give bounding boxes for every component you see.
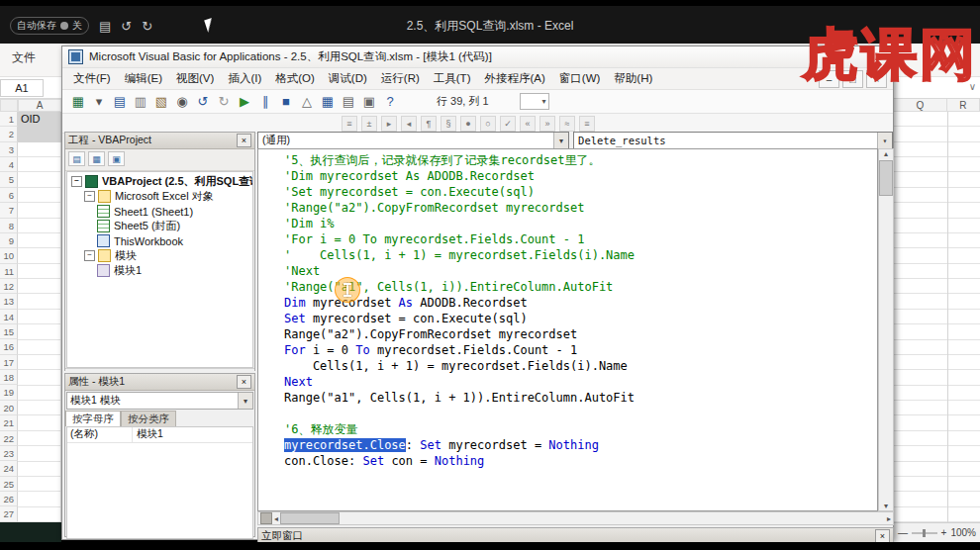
project-close-icon[interactable]: × — [237, 134, 251, 147]
row-header[interactable]: 5 — [0, 172, 18, 187]
code-line[interactable]: Dim myrecordset As ADODB.Recordset — [284, 295, 877, 311]
chevron-down-icon[interactable]: ▾ — [553, 133, 568, 148]
tree-item[interactable]: 模块1 — [67, 263, 252, 278]
excel-file-tab[interactable]: 文件 — [12, 49, 36, 66]
row-header[interactable]: 15 — [0, 324, 18, 339]
edit-toolbar-icon-12[interactable]: ≡ — [579, 116, 595, 132]
row-header[interactable]: 3 — [0, 142, 18, 157]
menu-item-5[interactable]: 调试(D) — [322, 69, 374, 88]
edit-toolbar-icon-10[interactable]: » — [539, 116, 555, 132]
vba-titlebar[interactable]: Microsoft Visual Basic for Applications … — [62, 46, 893, 68]
run-icon[interactable]: ▶ — [237, 95, 252, 109]
row-header[interactable]: 23 — [0, 446, 18, 461]
code-line[interactable]: 'Set myrecordset = con.Execute(sql) — [284, 184, 877, 200]
tree-item[interactable]: −模块 — [67, 248, 252, 263]
hscroll-thumb[interactable] — [280, 512, 340, 524]
excel-column-a-cells[interactable] — [18, 112, 61, 522]
row-header[interactable]: 24 — [0, 461, 18, 476]
menu-item-9[interactable]: 窗口(W) — [552, 69, 608, 88]
code-line[interactable]: For i = 0 To myrecordset.Fields.Count - … — [284, 342, 877, 358]
insert-dropdown-icon[interactable]: ▾ — [91, 95, 107, 109]
menu-item-0[interactable]: 文件(F) — [66, 69, 118, 88]
code-horizontal-scrollbar[interactable]: ◂ ▸ — [257, 511, 894, 525]
code-line[interactable]: 'Next — [284, 263, 877, 279]
menu-item-3[interactable]: 插入(I) — [221, 69, 268, 88]
row-header[interactable]: 22 — [0, 431, 18, 446]
reset-icon[interactable]: ■ — [278, 95, 294, 109]
collapse-icon[interactable]: − — [84, 250, 95, 261]
column-header-r[interactable]: R — [947, 99, 980, 111]
row-header[interactable]: 26 — [0, 492, 18, 506]
chevron-down-icon[interactable]: ▾ — [238, 393, 252, 409]
excel-name-box[interactable]: A1 — [0, 79, 44, 97]
break-icon[interactable]: ∥ — [257, 95, 273, 109]
code-line[interactable]: con.Close: Set con = Nothing — [284, 453, 877, 469]
scroll-right-icon[interactable]: ▸ — [887, 514, 891, 523]
menu-item-10[interactable]: 帮助(H) — [607, 69, 659, 88]
project-explorer-header[interactable]: 工程 - VBAProject × — [65, 133, 254, 149]
tab-alphabetic[interactable]: 按字母序 — [65, 411, 121, 426]
zoom-out-button[interactable]: — — [898, 527, 908, 538]
view-object-icon[interactable]: ▦ — [88, 151, 105, 166]
excel-select-all-corner[interactable] — [0, 99, 18, 112]
collapse-icon[interactable]: − — [71, 176, 82, 187]
row-header[interactable]: 4 — [0, 157, 18, 172]
properties-window-icon[interactable]: ▤ — [341, 95, 356, 109]
code-line[interactable]: Next — [284, 374, 877, 390]
excel-view-icon[interactable]: ▦ — [70, 95, 86, 109]
paste-icon[interactable]: ▧ — [153, 95, 169, 109]
edit-toolbar-icon-7[interactable]: ○ — [480, 116, 496, 132]
row-header[interactable]: 17 — [0, 355, 18, 370]
code-line[interactable]: 'Dim i% — [284, 216, 877, 231]
properties-header[interactable]: 属性 - 模块1 × — [65, 374, 254, 391]
find-icon[interactable]: ◉ — [174, 95, 190, 109]
toolbar-dropdown[interactable]: ▾ — [520, 93, 549, 110]
edit-toolbar-icon-8[interactable]: ✓ — [500, 116, 516, 132]
row-header[interactable]: 20 — [0, 401, 18, 415]
properties-object-selector[interactable]: 模块1 模块 ▾ — [66, 392, 253, 410]
row-header[interactable]: 6 — [0, 188, 18, 203]
column-header-q[interactable]: Q — [894, 99, 947, 111]
save-icon[interactable]: ▤ — [112, 95, 128, 109]
row-header[interactable]: 25 — [0, 477, 18, 492]
help-icon[interactable]: ? — [382, 95, 398, 109]
chevron-down-icon[interactable]: ▾ — [877, 133, 892, 148]
menu-item-1[interactable]: 编辑(E) — [118, 69, 169, 88]
edit-toolbar-icon-6[interactable]: ● — [460, 116, 476, 132]
row-header[interactable]: 2 — [0, 127, 18, 141]
row-header[interactable]: 1 — [0, 112, 18, 127]
edit-toolbar-icon-0[interactable]: ≡ — [342, 116, 357, 132]
row-header[interactable]: 27 — [0, 506, 18, 521]
vscroll-thumb[interactable] — [879, 160, 893, 196]
split-handle[interactable] — [260, 512, 272, 524]
procedure-dropdown[interactable]: Delete_results ▾ — [573, 132, 893, 149]
edit-toolbar-icon-2[interactable]: ▸ — [381, 116, 397, 132]
menu-item-7[interactable]: 工具(T) — [427, 69, 478, 88]
tree-item[interactable]: Sheet1 (Sheet1) — [67, 204, 252, 219]
row-header[interactable]: 18 — [0, 370, 18, 385]
code-line[interactable]: '5、执行查询后，记录就保存到了记录集recordset里了。 — [284, 152, 877, 168]
project-explorer-icon[interactable]: ▦ — [320, 95, 336, 109]
zoom-level[interactable]: 100% — [950, 527, 976, 538]
object-dropdown[interactable]: (通用) ▾ — [257, 132, 569, 149]
row-header[interactable]: 14 — [0, 310, 18, 324]
scroll-left-icon[interactable]: ◂ — [274, 514, 278, 523]
excel-right-grid[interactable] — [894, 112, 980, 522]
code-line[interactable]: Cells(1, i + 1) = myrecordset.Fields(i).… — [284, 358, 877, 374]
menu-item-8[interactable]: 外接程序(A) — [477, 69, 551, 88]
zoom-slider-thumb[interactable] — [923, 529, 926, 537]
collapse-icon[interactable]: − — [84, 191, 95, 202]
code-line[interactable]: Set myrecordset = con.Execute(sql) — [284, 311, 877, 326]
scroll-up-icon[interactable]: ▴ — [884, 149, 888, 158]
design-mode-icon[interactable]: △ — [299, 95, 315, 109]
row-header[interactable]: 19 — [0, 385, 18, 400]
view-code-icon[interactable]: ▤ — [68, 151, 85, 166]
row-header[interactable]: 9 — [0, 233, 18, 248]
properties-close-icon[interactable]: × — [237, 375, 251, 389]
code-line[interactable]: Range("a1", Cells(1, i + 1)).EntireColum… — [284, 390, 877, 406]
code-vertical-scrollbar[interactable]: ▴ ▾ — [878, 148, 894, 511]
edit-toolbar-icon-3[interactable]: ◂ — [401, 116, 417, 132]
excel-column-header-a[interactable]: A — [18, 99, 61, 112]
code-line[interactable] — [284, 406, 877, 421]
code-line[interactable]: 'For i = 0 To myrecordset.Fields.Count -… — [284, 231, 877, 247]
